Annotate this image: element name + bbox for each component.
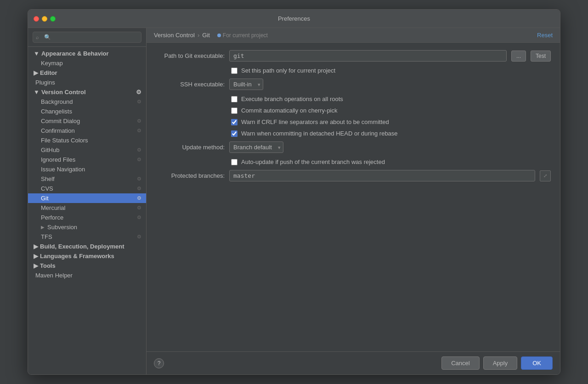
apply-button[interactable]: Apply (483, 356, 518, 370)
sidebar-item-languages[interactable]: ▶ Languages & Frameworks (28, 251, 146, 261)
sidebar-item-perforce[interactable]: Perforce ⚙ (28, 213, 146, 222)
breadcrumb-separator: › (198, 32, 199, 39)
git-executable-input[interactable] (229, 50, 507, 62)
minimize-button[interactable] (42, 16, 47, 22)
sidebar-item-label: Version Control (41, 89, 86, 96)
sidebar-item-label: Keymap (41, 60, 63, 67)
sidebar-item-version-control[interactable]: ▼ Version Control ⚙ (28, 87, 146, 97)
sidebar-item-editor[interactable]: ▶ Editor (28, 68, 146, 78)
titlebar: Preferences (28, 10, 560, 28)
sidebar-item-tfs[interactable]: TFS ⚙ (28, 232, 146, 242)
sidebar-item-cvs[interactable]: CVS ⚙ (28, 184, 146, 193)
sidebar-item-label: Perforce (41, 214, 63, 221)
search-input[interactable] (33, 32, 141, 43)
sidebar-item-confirmation[interactable]: Confirmation ⚙ (28, 126, 146, 136)
close-button[interactable] (34, 16, 39, 22)
sidebar-item-label: Build, Execution, Deployment (40, 243, 124, 250)
auto-update-checkbox[interactable] (231, 159, 237, 165)
sidebar: ⌕ ▼ Appearance & Behavior Keymap ▶ Edito… (28, 28, 147, 374)
protected-row: Protected branches: ⤢ (156, 170, 551, 181)
search-wrap: ⌕ (33, 32, 141, 43)
sidebar-item-appearance[interactable]: ▼ Appearance & Behavior (28, 49, 146, 58)
ssh-executable-select[interactable]: Built-in Native (229, 79, 263, 90)
sidebar-item-label: Subversion (47, 224, 77, 231)
sidebar-item-label: Plugins (35, 79, 55, 86)
warn-crlf-checkbox[interactable] (231, 119, 237, 125)
sidebar-item-maven-helper[interactable]: Maven Helper (28, 271, 146, 280)
expand-arrow-icon: ▼ (34, 50, 40, 57)
sidebar-item-label: Background (41, 98, 73, 105)
reset-button[interactable]: Reset (537, 32, 553, 39)
auto-update-row: Auto-update if push of the current branc… (156, 158, 551, 165)
sidebar-item-label: Git (41, 195, 49, 202)
warn-detached-checkbox[interactable] (231, 130, 237, 137)
settings-icon: ⚙ (137, 118, 141, 124)
bottom-actions: Cancel Apply OK (441, 356, 553, 370)
test-button[interactable]: Test (531, 51, 551, 62)
sidebar-item-label: File Status Colors (41, 137, 88, 144)
sidebar-item-label: Mercurial (41, 204, 65, 211)
settings-icon: ⚙ (136, 89, 141, 96)
sidebar-item-keymap[interactable]: Keymap (28, 58, 146, 68)
sidebar-item-file-status-colors[interactable]: File Status Colors (28, 136, 146, 145)
set-path-checkbox[interactable] (231, 68, 237, 74)
sidebar-item-label: Tools (40, 262, 56, 269)
sidebar-item-commit-dialog[interactable]: Commit Dialog ⚙ (28, 116, 146, 126)
sidebar-item-label: Shelf (41, 175, 55, 182)
sidebar-item-tools[interactable]: ▶ Tools (28, 261, 146, 271)
settings-icon: ⚙ (137, 215, 141, 220)
set-path-row: Set this path only for current project (156, 67, 551, 74)
path-label: Path to Git executable: (156, 52, 225, 59)
expand-arrow-icon: ▶ (41, 225, 45, 230)
sidebar-item-label: Editor (40, 69, 57, 76)
ssh-row: SSH executable: Built-in Native (156, 79, 551, 90)
sidebar-item-issue-navigation[interactable]: Issue Navigation (28, 164, 146, 174)
traffic-lights (34, 16, 56, 22)
set-path-label: Set this path only for current project (241, 67, 335, 74)
ok-button[interactable]: OK (521, 356, 553, 370)
expand-arrow-icon: ▶ (34, 69, 38, 76)
update-method-row: Update method: Branch default Merge Reba… (156, 141, 551, 153)
sidebar-item-subversion[interactable]: ▶ Subversion (28, 222, 146, 232)
main-panel: Version Control › Git For current projec… (147, 28, 560, 374)
commit-auto-label: Commit automatically on cherry-pick (241, 107, 338, 114)
sidebar-item-label: Confirmation (41, 127, 75, 134)
sidebar-item-git[interactable]: Git ⚙ (28, 193, 146, 203)
sidebar-item-mercurial[interactable]: Mercurial ⚙ (28, 203, 146, 213)
sidebar-item-label: Commit Dialog (41, 118, 80, 124)
browse-button[interactable]: ... (511, 51, 526, 62)
sidebar-item-changelists[interactable]: Changelists (28, 107, 146, 116)
settings-icon: ⚙ (137, 186, 141, 192)
sidebar-item-shelf[interactable]: Shelf ⚙ (28, 174, 146, 184)
sidebar-item-background[interactable]: Background ⚙ (28, 97, 146, 107)
update-method-label: Update method: (156, 144, 225, 151)
sidebar-item-build-exec[interactable]: ▶ Build, Execution, Deployment (28, 242, 146, 251)
warn-detached-row: Warn when committing in detached HEAD or… (156, 130, 551, 137)
execute-branch-checkbox[interactable] (231, 96, 237, 102)
path-row: Path to Git executable: ... Test (156, 50, 551, 62)
execute-branch-row: Execute branch operations on all roots (156, 96, 551, 102)
settings-icon: ⚙ (137, 195, 141, 201)
protected-branches-input[interactable] (229, 170, 535, 181)
for-current-project: For current project (217, 32, 268, 39)
cancel-button[interactable]: Cancel (441, 356, 479, 370)
search-box: ⌕ (28, 28, 146, 47)
window-title: Preferences (278, 15, 310, 22)
commit-auto-checkbox[interactable] (231, 107, 237, 114)
sidebar-item-plugins[interactable]: Plugins (28, 78, 146, 87)
commit-auto-row: Commit automatically on cherry-pick (156, 107, 551, 114)
maximize-button[interactable] (50, 16, 56, 22)
execute-branch-label: Execute branch operations on all roots (241, 96, 343, 102)
settings-icon: ⚙ (137, 99, 141, 105)
settings-icon: ⚙ (137, 176, 141, 182)
sidebar-item-label: Changelists (41, 108, 72, 115)
update-method-select[interactable]: Branch default Merge Rebase (229, 141, 283, 153)
warn-crlf-row: Warn if CRLF line separators are about t… (156, 119, 551, 125)
expand-arrow-icon: ▶ (34, 262, 38, 269)
expand-protected-button[interactable]: ⤢ (540, 170, 551, 181)
help-button[interactable]: ? (154, 358, 164, 368)
sidebar-item-ignored-files[interactable]: Ignored Files ⚙ (28, 155, 146, 164)
sidebar-item-github[interactable]: GitHub ⚙ (28, 145, 146, 155)
for-current-label: For current project (223, 32, 268, 39)
sidebar-item-label: Appearance & Behavior (41, 50, 109, 57)
